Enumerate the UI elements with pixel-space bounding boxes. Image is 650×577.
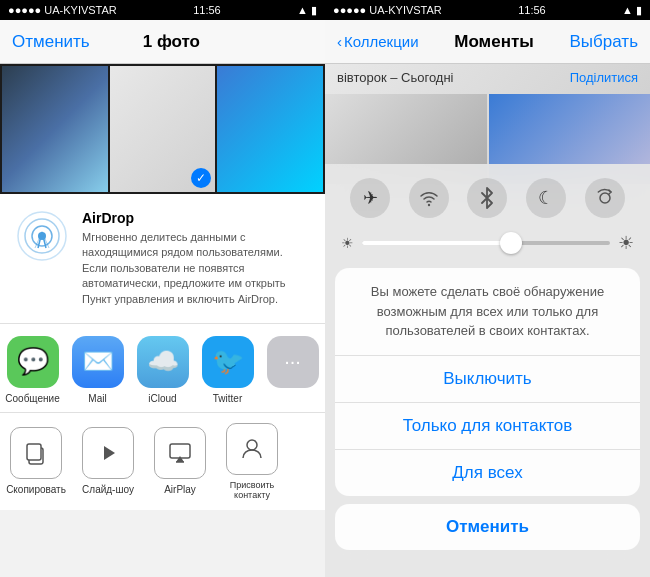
twitter-label: Twitter	[213, 393, 242, 404]
copy-label: Скопировать	[6, 484, 66, 495]
airdrop-title: AirDrop	[82, 210, 309, 226]
wifi-button[interactable]	[409, 178, 449, 218]
rotation-lock-button[interactable]	[585, 178, 625, 218]
page-title-right: Моменты	[454, 32, 533, 52]
svg-marker-6	[104, 446, 115, 460]
back-button[interactable]: ‹ Коллекции	[337, 33, 419, 50]
bluetooth-button[interactable]	[467, 178, 507, 218]
mail-label: Mail	[88, 393, 106, 404]
carrier-right: ●●●●● UA-KYIVSTAR	[333, 4, 442, 16]
cc-top-row: ✈ ☾	[325, 164, 650, 228]
share-apps-row: 💬 Сообщение ✉️ Mail ☁️ iCloud 🐦 Twitter …	[0, 324, 325, 413]
airdrop-description: AirDrop Мгновенно делитесь данными с нах…	[82, 210, 309, 307]
nav-bar-right: ‹ Коллекции Моменты Выбрать	[325, 20, 650, 64]
svg-marker-8	[176, 456, 184, 462]
airdrop-dialog: Вы можете сделать своё обнаружение возмо…	[335, 268, 640, 496]
action-slideshow[interactable]: Слайд-шоу	[72, 427, 144, 495]
action-copy[interactable]: Скопировать	[0, 427, 72, 495]
status-icons-right: ▲ ▮	[622, 4, 642, 17]
do-not-disturb-button[interactable]: ☾	[526, 178, 566, 218]
brightness-fill	[362, 241, 511, 245]
brightness-thumb	[500, 232, 522, 254]
actions-row: Скопировать Слайд-шоу AirPlay Присвоить …	[0, 413, 325, 510]
airdrop-section: AirDrop Мгновенно делитесь данными с нах…	[0, 194, 325, 324]
dialog-option-contacts[interactable]: Только для контактов	[335, 403, 640, 450]
airplay-icon	[154, 427, 206, 479]
message-label: Сообщение	[5, 393, 59, 404]
brightness-min-icon: ☀	[341, 235, 354, 251]
airplane-mode-button[interactable]: ✈	[350, 178, 390, 218]
dialog-message: Вы можете сделать своё обнаружение возмо…	[335, 268, 640, 356]
select-button[interactable]: Выбрать	[570, 32, 638, 52]
message-icon: 💬	[7, 336, 59, 388]
share-button[interactable]: Поділитися	[570, 70, 638, 85]
photo-cell-3[interactable]	[217, 66, 323, 192]
airdrop-icon	[16, 210, 68, 262]
share-app-more[interactable]: ···	[260, 336, 325, 393]
dialog-option-all[interactable]: Для всех	[335, 450, 640, 496]
back-label: Коллекции	[344, 33, 419, 50]
carrier-left: ●●●●● UA-KYIVSTAR	[8, 4, 117, 16]
svg-point-11	[428, 204, 430, 206]
cancel-button[interactable]: Отменить	[12, 32, 90, 52]
airdrop-body: Мгновенно делитесь данными с находящимис…	[82, 230, 309, 307]
date-label: вівторок – Сьогодні	[337, 70, 454, 85]
assign-contact-label: Присвоить контакту	[216, 480, 288, 500]
status-icons-left: ▲ ▮	[297, 4, 317, 17]
brightness-row: ☀ ☀	[325, 228, 650, 258]
airplay-label: AirPlay	[164, 484, 196, 495]
brightness-slider[interactable]	[362, 241, 610, 245]
slideshow-icon	[82, 427, 134, 479]
left-panel: ●●●●● UA-KYIVSTAR 11:56 ▲ ▮ Отменить 1 ф…	[0, 0, 325, 577]
share-app-message[interactable]: 💬 Сообщение	[0, 336, 65, 404]
share-app-icloud[interactable]: ☁️ iCloud	[130, 336, 195, 404]
mail-icon: ✉️	[72, 336, 124, 388]
chevron-left-icon: ‹	[337, 33, 342, 50]
photo-cell-1[interactable]	[2, 66, 108, 192]
right-panel: ●●●●● UA-KYIVSTAR 11:56 ▲ ▮ ‹ Коллекции …	[325, 0, 650, 577]
share-app-twitter[interactable]: 🐦 Twitter	[195, 336, 260, 404]
control-center-overlay: ✈ ☾ ☀ ☀ Вы можете сделать своё обнаружен…	[325, 164, 650, 577]
time-left: 11:56	[193, 4, 221, 16]
more-icon: ···	[267, 336, 319, 388]
assign-contact-icon	[226, 423, 278, 475]
twitter-icon: 🐦	[202, 336, 254, 388]
brightness-max-icon: ☀	[618, 232, 634, 254]
dialog-cancel-button[interactable]: Отменить	[335, 504, 640, 550]
photo-cell-2[interactable]: ✓	[110, 66, 216, 192]
photo-grid: ✓	[0, 64, 325, 194]
slideshow-label: Слайд-шоу	[82, 484, 134, 495]
svg-point-10	[247, 440, 257, 450]
dialog-option-off[interactable]: Выключить	[335, 356, 640, 403]
page-title-left: 1 фото	[143, 32, 200, 52]
action-assign-contact[interactable]: Присвоить контакту	[216, 423, 288, 500]
icloud-icon: ☁️	[137, 336, 189, 388]
bg-date-bar: вівторок – Сьогодні Поділитися	[325, 64, 650, 91]
status-bar-left: ●●●●● UA-KYIVSTAR 11:56 ▲ ▮	[0, 0, 325, 20]
share-app-mail[interactable]: ✉️ Mail	[65, 336, 130, 404]
icloud-label: iCloud	[148, 393, 176, 404]
copy-icon	[10, 427, 62, 479]
svg-rect-7	[170, 444, 190, 458]
nav-bar-left: Отменить 1 фото	[0, 20, 325, 64]
svg-rect-5	[27, 444, 41, 460]
status-bar-right: ●●●●● UA-KYIVSTAR 11:56 ▲ ▮	[325, 0, 650, 20]
action-airplay[interactable]: AirPlay	[144, 427, 216, 495]
time-right: 11:56	[518, 4, 546, 16]
